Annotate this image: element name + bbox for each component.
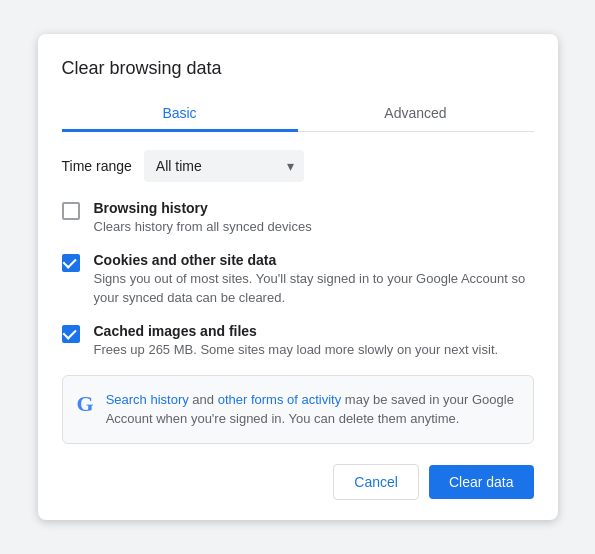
info-text-between: and (192, 392, 217, 407)
info-box: G Search history and other forms of acti… (62, 375, 534, 444)
dialog-footer: Cancel Clear data (62, 464, 534, 500)
time-range-select-wrapper[interactable]: Last hour Last 24 hours Last 7 days Last… (144, 150, 304, 182)
google-g-icon: G (77, 391, 94, 417)
tab-advanced[interactable]: Advanced (298, 95, 534, 132)
cached-desc: Frees up 265 MB. Some sites may load mor… (94, 341, 534, 359)
cached-title: Cached images and files (94, 323, 534, 339)
browsing-history-item: Browsing history Clears history from all… (62, 200, 534, 236)
cached-item: Cached images and files Frees up 265 MB.… (62, 323, 534, 359)
browsing-history-title: Browsing history (94, 200, 534, 216)
time-range-row: Time range Last hour Last 24 hours Last … (62, 150, 534, 182)
clear-data-button[interactable]: Clear data (429, 465, 534, 499)
cached-checkbox[interactable] (62, 325, 80, 343)
search-history-link[interactable]: Search history (106, 392, 189, 407)
cookies-item: Cookies and other site data Signs you ou… (62, 252, 534, 306)
dialog-title: Clear browsing data (62, 58, 534, 79)
cookies-title: Cookies and other site data (94, 252, 534, 268)
tab-basic[interactable]: Basic (62, 95, 298, 132)
other-forms-link[interactable]: other forms of activity (218, 392, 342, 407)
info-box-text: Search history and other forms of activi… (106, 390, 519, 429)
clear-browsing-data-dialog: Clear browsing data Basic Advanced Time … (38, 34, 558, 520)
cookies-desc: Signs you out of most sites. You'll stay… (94, 270, 534, 306)
cookies-checkbox[interactable] (62, 254, 80, 272)
tabs-bar: Basic Advanced (62, 95, 534, 132)
time-range-select[interactable]: Last hour Last 24 hours Last 7 days Last… (144, 150, 304, 182)
browsing-history-desc: Clears history from all synced devices (94, 218, 534, 236)
browsing-history-checkbox[interactable] (62, 202, 80, 220)
time-range-label: Time range (62, 158, 132, 174)
cancel-button[interactable]: Cancel (333, 464, 419, 500)
